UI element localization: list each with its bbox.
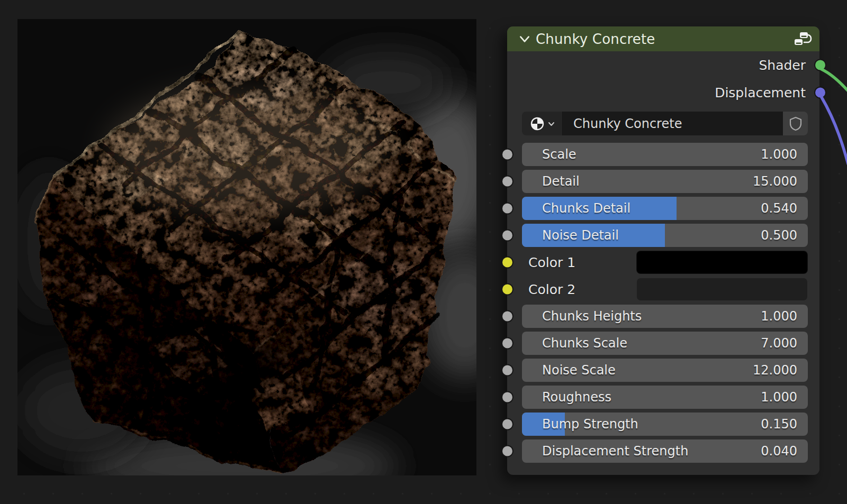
node-header[interactable]: Chunky Concrete (507, 26, 819, 51)
input-color-1: Color 1 (507, 251, 819, 274)
detail-slider[interactable]: Detail15.000 (522, 170, 808, 193)
chunks-scale-slider[interactable]: Chunks Scale7.000 (522, 332, 808, 355)
material-render-preview (17, 19, 476, 475)
input-chunks-detail: Chunks Detail0.540 (507, 197, 819, 220)
node-chunky-concrete[interactable]: Chunky Concrete Shader Displacement (507, 26, 819, 475)
input-chunks-scale: Chunks Scale7.000 (507, 332, 819, 355)
node-group-icon (793, 31, 812, 48)
input-noise-detail: Noise Detail0.500 (507, 224, 819, 247)
node-title: Chunky Concrete (536, 31, 793, 47)
input-chunks-heights: Chunks Heights1.000 (507, 305, 819, 328)
input-roughness: Roughness1.000 (507, 386, 819, 409)
input-socket[interactable] (501, 337, 513, 350)
bump-strength-slider[interactable]: Bump Strength0.150 (522, 413, 808, 436)
input-detail: Detail15.000 (507, 170, 819, 193)
shader-wire (822, 69, 847, 91)
input-socket[interactable] (501, 364, 513, 377)
input-socket[interactable] (501, 149, 513, 161)
input-noise-scale: Noise Scale12.000 (507, 359, 819, 382)
output-shader: Shader (507, 51, 819, 79)
color-input-socket[interactable] (501, 283, 513, 296)
displacement-wire (822, 97, 847, 164)
input-scale: Scale1.000 (507, 143, 819, 166)
displacement-output-socket[interactable] (814, 87, 826, 99)
chevron-down-icon[interactable] (518, 32, 531, 46)
output-shader-label: Shader (759, 58, 806, 73)
input-socket[interactable] (501, 391, 513, 404)
roughness-slider[interactable]: Roughness1.000 (522, 386, 808, 409)
color-input-socket[interactable] (501, 256, 513, 269)
input-bump-strength: Bump Strength0.150 (507, 413, 819, 436)
node-outputs: Shader Displacement (507, 51, 819, 106)
node-inputs: Scale1.000 Detail15.000 Chunks Detail0.5… (507, 143, 819, 466)
output-displacement-label: Displacement (715, 85, 806, 100)
nodetree-sphere-icon (530, 116, 546, 132)
chunks-heights-slider[interactable]: Chunks Heights1.000 (522, 305, 808, 328)
shader-output-socket[interactable] (814, 59, 826, 71)
output-displacement: Displacement (507, 79, 819, 106)
input-socket[interactable] (501, 230, 513, 242)
displacement-strength-slider[interactable]: Displacement Strength0.040 (522, 439, 808, 463)
input-socket[interactable] (501, 310, 513, 323)
noise-detail-slider[interactable]: Noise Detail0.500 (522, 224, 808, 247)
chunks-detail-slider[interactable]: Chunks Detail0.540 (522, 197, 808, 220)
concrete-cube-image (17, 19, 476, 475)
input-socket[interactable] (501, 176, 513, 188)
input-color-2: Color 2 (507, 278, 819, 301)
nodetree-name-field[interactable]: Chunky Concrete (563, 112, 783, 135)
input-socket[interactable] (501, 418, 513, 430)
scale-slider[interactable]: Scale1.000 (522, 143, 808, 166)
input-socket[interactable] (501, 203, 513, 215)
input-displacement-strength: Displacement Strength0.040 (507, 439, 819, 463)
shield-icon (789, 116, 803, 131)
color-2-swatch[interactable] (636, 278, 808, 301)
noise-scale-slider[interactable]: Noise Scale12.000 (522, 359, 808, 382)
input-socket[interactable] (501, 445, 513, 457)
datablock-selector: Chunky Concrete (522, 112, 808, 135)
chevron-down-icon (548, 121, 555, 126)
nodetree-browse-button[interactable] (522, 112, 563, 135)
fake-user-button[interactable] (783, 112, 808, 135)
color-1-swatch[interactable] (636, 251, 808, 274)
